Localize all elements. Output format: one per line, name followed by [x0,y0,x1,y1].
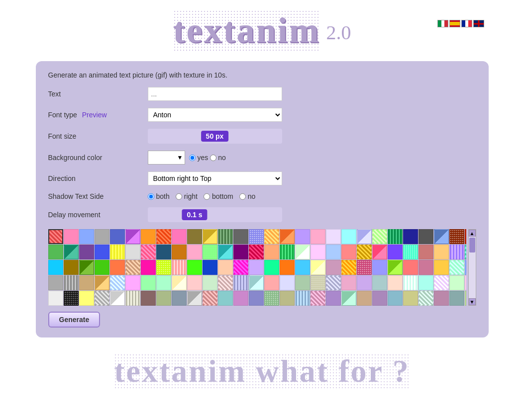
texture-swatch[interactable] [110,291,125,306]
texture-swatch[interactable] [341,229,356,244]
texture-swatch[interactable] [233,291,248,306]
texture-swatch[interactable] [264,260,279,275]
texture-swatch[interactable] [233,229,248,244]
texture-swatch[interactable] [465,275,466,290]
texture-swatch[interactable] [249,229,264,244]
texture-swatch[interactable] [79,229,94,244]
texture-swatch[interactable] [434,229,449,244]
texture-swatch[interactable] [311,229,325,244]
texture-swatch[interactable] [125,229,140,244]
texture-swatch[interactable] [218,275,233,290]
texture-swatch[interactable] [280,245,295,259]
texture-swatch[interactable] [156,275,171,290]
texture-swatch[interactable] [311,275,325,290]
texture-swatch[interactable] [141,245,156,259]
texture-swatch[interactable] [341,245,356,259]
texture-swatch[interactable] [156,260,171,275]
texture-swatch[interactable] [264,229,279,244]
texture-swatch[interactable] [48,260,63,275]
texture-swatch[interactable] [357,245,372,259]
scrollbar-up-btn[interactable]: ▲ [469,230,476,237]
texture-swatch[interactable] [95,245,109,259]
texture-swatch[interactable] [233,260,248,275]
texture-swatch[interactable] [64,229,79,244]
texture-swatch[interactable] [79,291,94,306]
texture-swatch[interactable] [326,245,341,259]
shadow-bottom-label[interactable]: bottom [204,192,233,200]
scrollbar-thumb[interactable] [469,238,475,252]
texture-swatch[interactable] [403,245,418,259]
texture-swatch[interactable] [295,291,310,306]
texture-swatch[interactable] [141,229,156,244]
texture-swatch[interactable] [388,245,403,259]
shadow-bottom-radio[interactable] [204,193,210,200]
texture-swatch[interactable] [110,245,125,259]
shadow-right-radio[interactable] [176,193,182,200]
texture-swatch[interactable] [419,260,433,275]
texture-swatch[interactable] [311,260,325,275]
flag-italian[interactable] [437,20,448,27]
texture-swatch[interactable] [434,245,449,259]
texture-swatch[interactable] [280,260,295,275]
texture-swatch[interactable] [141,260,156,275]
flag-spanish[interactable] [449,20,460,27]
texture-swatch[interactable] [388,229,403,244]
texture-swatch[interactable] [125,260,140,275]
texture-swatch[interactable] [341,275,356,290]
texture-swatch[interactable] [187,229,202,244]
texture-swatch[interactable] [357,260,372,275]
texture-swatch[interactable] [110,275,125,290]
texture-swatch[interactable] [156,291,171,306]
texture-swatch[interactable] [249,291,264,306]
generate-button[interactable]: Generate [48,312,101,328]
texture-swatch[interactable] [95,229,109,244]
bg-yes-label[interactable]: yes [189,154,208,162]
texture-swatch[interactable] [295,229,310,244]
texture-swatch[interactable] [218,229,233,244]
texture-swatch[interactable] [449,291,464,306]
texture-swatch[interactable] [79,260,94,275]
texture-swatch[interactable] [372,275,387,290]
texture-swatch[interactable] [372,260,387,275]
texture-swatch[interactable] [79,275,94,290]
texture-swatch[interactable] [48,291,63,306]
texture-swatch[interactable] [125,291,140,306]
texture-swatch[interactable] [449,229,464,244]
texture-swatch[interactable] [172,229,187,244]
texture-swatch[interactable] [280,291,295,306]
texture-swatch[interactable] [403,260,418,275]
texture-swatch[interactable] [233,245,248,259]
texture-swatch[interactable] [295,245,310,259]
texture-swatch[interactable] [172,260,187,275]
texture-swatch[interactable] [64,275,79,290]
texture-scrollbar[interactable]: ▲ ▼ [468,229,476,306]
bg-yes-radio[interactable] [189,155,196,161]
texture-swatch[interactable] [187,275,202,290]
texture-swatch[interactable] [449,260,464,275]
texture-swatch[interactable] [341,291,356,306]
texture-swatch[interactable] [203,291,217,306]
texture-swatch[interactable] [295,260,310,275]
bg-no-radio[interactable] [210,155,216,161]
texture-swatch[interactable] [95,260,109,275]
texture-swatch[interactable] [172,275,187,290]
texture-swatch[interactable] [357,275,372,290]
scrollbar-down-btn[interactable]: ▼ [469,298,476,305]
texture-swatch[interactable] [465,229,466,244]
texture-swatch[interactable] [249,260,264,275]
texture-swatch[interactable] [48,245,63,259]
texture-swatch[interactable] [403,291,418,306]
texture-swatch[interactable] [249,245,264,259]
texture-swatch[interactable] [141,275,156,290]
texture-swatch[interactable] [203,229,217,244]
texture-swatch[interactable] [372,245,387,259]
texture-swatch[interactable] [311,291,325,306]
texture-swatch[interactable] [326,275,341,290]
bg-color-swatch[interactable] [150,153,175,163]
texture-swatch[interactable] [341,260,356,275]
texture-swatch[interactable] [64,245,79,259]
bg-no-label[interactable]: no [210,154,226,162]
texture-swatch[interactable] [434,275,449,290]
texture-swatch[interactable] [48,229,63,244]
texture-swatch[interactable] [110,229,125,244]
